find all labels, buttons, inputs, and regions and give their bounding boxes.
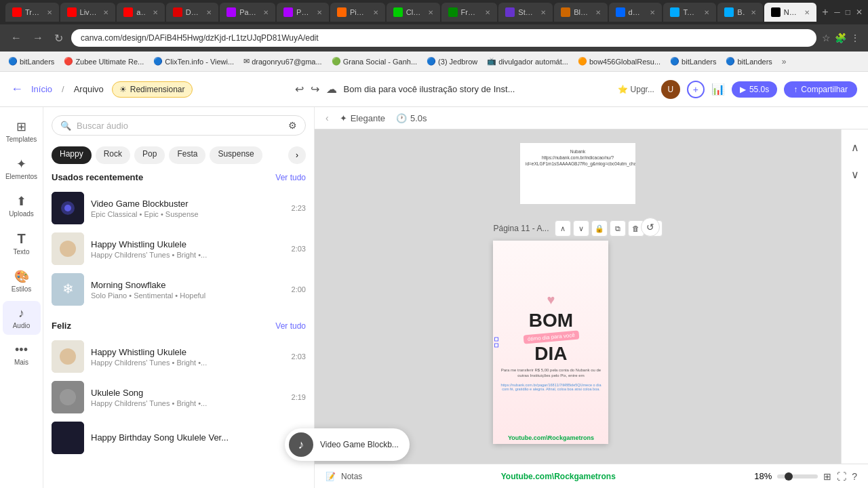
tab-live[interactable]: Live st... ✕ (60, 3, 116, 22)
zoom-handle[interactable] (785, 472, 793, 481)
tab-close-bc[interactable]: ✕ (751, 9, 756, 16)
undo-button[interactable]: ↩ (295, 83, 304, 96)
tab-close-dowl[interactable]: ✕ (650, 9, 655, 16)
audio-happy-track-2[interactable]: Ukulele Song Happy Childrens' Tunes • Br… (52, 377, 306, 418)
tab-close-blog[interactable]: ✕ (595, 9, 601, 16)
tab-pague2[interactable]: Pagu... ✕ (277, 3, 329, 22)
scroll-up-button[interactable]: ∧ (844, 136, 866, 158)
page-lock-button[interactable]: 🔒 (591, 220, 608, 237)
sidebar-item-templates[interactable]: ⊞ Templates (3, 114, 41, 148)
tab-temp[interactable]: Temp... ✕ (663, 3, 716, 22)
audio-track-item-2[interactable]: Happy Whistling Ukulele Happy Childrens'… (52, 228, 306, 269)
bookmark-bitlanders2[interactable]: 🔵 bitLanders (667, 56, 719, 67)
tab-close-ajuda[interactable]: ✕ (153, 9, 158, 16)
tab-close-trans[interactable]: ✕ (47, 9, 52, 16)
scroll-down-button[interactable]: ∨ (844, 163, 866, 185)
bookmark-bitlanders3[interactable]: 🔵 bitLanders (723, 56, 774, 67)
settings-icon[interactable]: ⋮ (850, 33, 860, 43)
tab-ajuda[interactable]: ajuda ✕ (117, 3, 165, 22)
grid-view-button[interactable]: ⊞ (823, 471, 831, 482)
sidebar-item-audio[interactable]: ♪ Audio (3, 301, 41, 335)
chip-suspense[interactable]: Suspense (210, 146, 262, 164)
tab-nova[interactable]: Nova... ✕ (764, 3, 816, 22)
new-tab-button[interactable]: + (818, 3, 833, 22)
bookmark-star-icon[interactable]: ☆ (822, 33, 831, 43)
bookmark-clixten[interactable]: 🔵 ClixTen.info - Viewi... (151, 56, 237, 67)
notes-label[interactable]: Notas (341, 472, 362, 481)
tab-blog[interactable]: Blogs... ✕ (554, 3, 607, 22)
canvas-scroll-area[interactable]: Nubankhttps://nubank.com.br/indicacao/nu… (315, 129, 841, 464)
bookmarks-more[interactable]: » (782, 57, 787, 66)
see-all-recent-button[interactable]: Ver tudo (275, 173, 306, 182)
address-input[interactable]: canva.com/design/DAFiB4H5Hwg/dzKjd-rL1tz… (71, 29, 816, 47)
tab-pague1[interactable]: Pague... ✕ (220, 3, 275, 22)
zoom-slider[interactable] (777, 474, 818, 479)
handle-bottom[interactable] (494, 344, 498, 348)
extension-icon[interactable]: 🧩 (835, 33, 846, 43)
tab-close-street[interactable]: ✕ (540, 9, 546, 16)
page-up-button[interactable]: ∧ (555, 220, 571, 237)
duration-button[interactable]: 🕐 5.0s (396, 113, 427, 123)
tab-close-free[interactable]: ✕ (485, 9, 490, 16)
tab-close-pague1[interactable]: ✕ (263, 9, 269, 16)
sidebar-item-estilos[interactable]: 🎨 Estilos (3, 264, 41, 298)
filter-icon[interactable]: ⚙ (288, 120, 297, 131)
close-button[interactable]: ✕ (856, 7, 863, 17)
home-link[interactable]: Início (31, 84, 52, 94)
sidebar-item-elements[interactable]: ✦ Elementos (3, 151, 41, 186)
style-elegante-button[interactable]: ✦ Elegante (340, 113, 385, 123)
refresh-button[interactable]: ↻ (52, 30, 66, 46)
chips-next-button[interactable]: › (288, 146, 306, 164)
bookmark-divulgador[interactable]: 📺 divulgador automát... (484, 56, 571, 67)
upgrade-button[interactable]: ⭐ Upgr... (618, 85, 654, 94)
audio-search-bar[interactable]: 🔍 ⚙ (52, 115, 306, 136)
panel-collapse-button[interactable]: ‹ (326, 113, 329, 123)
page-down-button[interactable]: ∨ (573, 220, 589, 237)
bookmark-grana[interactable]: 🟢 Grana Social - Ganh... (329, 56, 420, 67)
redo-button[interactable]: ↪ (311, 83, 319, 96)
audio-happy-track-3[interactable]: Happy Birthday Song Ukulele Ver... (52, 418, 306, 458)
tab-bc[interactable]: Bc... ✕ (717, 3, 763, 22)
tab-claim[interactable]: Claim... ✕ (387, 3, 440, 22)
maximize-button[interactable]: □ (846, 7, 850, 17)
tab-close-pague2[interactable]: ✕ (317, 9, 322, 16)
chip-festa[interactable]: Festa (169, 146, 205, 164)
chip-rock[interactable]: Rock (96, 146, 130, 164)
audio-happy-track-1[interactable]: Happy Whistling Ukulele Happy Childrens'… (52, 336, 306, 377)
analytics-icon[interactable]: 📊 (711, 83, 725, 96)
tab-close-claim[interactable]: ✕ (428, 9, 433, 16)
preview-play-button[interactable]: ▶ 55.0s (732, 81, 777, 98)
tab-close-temp[interactable]: ✕ (704, 9, 709, 16)
sidebar-item-uploads[interactable]: ⬆ Uploads (3, 188, 41, 223)
audio-track-item-1[interactable]: Video Game Blockbuster Epic Classical • … (52, 188, 306, 228)
minimize-button[interactable]: ─ (834, 7, 840, 17)
audio-track-item-3[interactable]: ❄ Morning Snowflake Solo Piano • Sentime… (52, 269, 306, 310)
bookmark-bow[interactable]: 🟠 bow456GlobalResu... (575, 56, 663, 67)
sidebar-item-texto[interactable]: T Texto (3, 226, 41, 261)
bookmark-zubee[interactable]: 🔴 Zubee Ultimate Re... (61, 56, 146, 67)
search-input[interactable] (77, 121, 283, 131)
arquivo-menu[interactable]: Arquivo (74, 84, 104, 94)
tab-trans[interactable]: Trans... ✕ (5, 3, 59, 22)
bookmark-bitlanders1[interactable]: 🔵 bitLanders (5, 56, 57, 67)
page-copy-button[interactable]: ⧉ (610, 220, 626, 237)
fullscreen-button[interactable]: ⛶ (837, 471, 846, 482)
forward-button[interactable]: → (30, 30, 46, 45)
refresh-button-2[interactable]: ↺ (641, 218, 660, 237)
tab-close-nova[interactable]: ✕ (804, 9, 810, 16)
design-page-11[interactable]: ♥ BOM ótimo dia para você DIA Para me tr… (493, 241, 608, 444)
tab-close-live[interactable]: ✕ (103, 9, 108, 16)
back-home-button[interactable]: ← (11, 82, 23, 96)
redesign-button[interactable]: ☀ Redimensionar (112, 81, 193, 98)
add-team-button[interactable]: + (687, 81, 705, 98)
see-all-happy-button[interactable]: Ver tudo (275, 321, 306, 331)
chip-happy[interactable]: Happy (52, 146, 92, 164)
tab-dona[interactable]: Dona... ✕ (166, 3, 218, 22)
bookmark-dragon[interactable]: ✉ dragonryu67@gma... (241, 56, 325, 67)
user-avatar[interactable]: U (661, 80, 680, 99)
tab-street[interactable]: Street... ✕ (498, 3, 553, 22)
help-button[interactable]: ? (852, 471, 857, 482)
tab-pica[interactable]: Pica-F... ✕ (330, 3, 385, 22)
tab-close-dona[interactable]: ✕ (206, 9, 212, 16)
share-button[interactable]: ↑ Compartilhar (784, 81, 857, 98)
